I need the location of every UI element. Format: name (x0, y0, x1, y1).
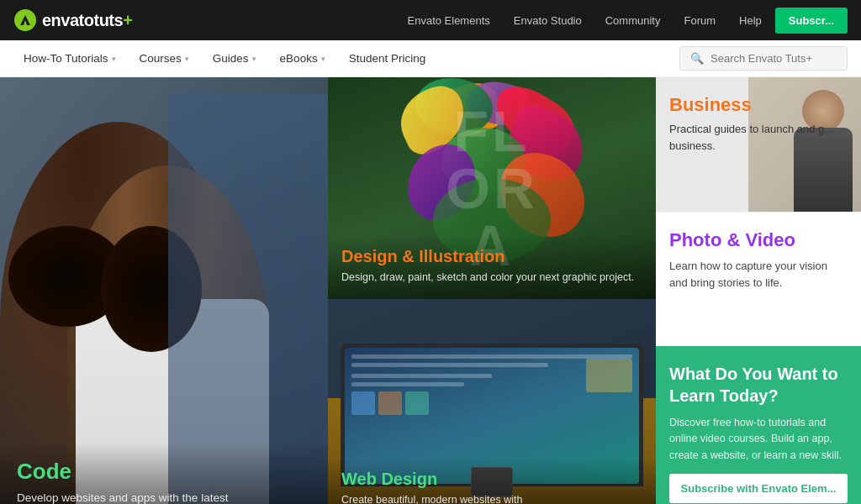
cta-title: What Do You Want to Learn Today? (669, 363, 848, 407)
panel-webdesign[interactable]: Web Design Create beautiful, modern webs… (328, 299, 656, 504)
webdesign-description: Create beautiful, modern websites with (341, 492, 642, 504)
panel-code-overlay: Code Develop websites and apps with the … (0, 442, 328, 504)
code-category-title: Code (17, 459, 311, 485)
logo[interactable]: envatotuts+ (13, 8, 132, 32)
nav-item-guides[interactable]: Guides ▾ (203, 40, 267, 77)
panel-design[interactable]: FLORA Design & Illustration Design, draw… (328, 77, 656, 299)
top-nav-links: Envato Elements Envato Studio Community … (132, 14, 761, 27)
main-grid: Code Develop websites and apps with the … (0, 77, 861, 504)
design-title: Design & Illustration (341, 247, 642, 266)
nav-link-forum[interactable]: Forum (684, 14, 716, 27)
nav-item-courses[interactable]: Courses ▾ (129, 40, 199, 77)
nav-link-envato-elements[interactable]: Envato Elements (408, 14, 490, 27)
panel-cta: What Do You Want to Learn Today? Discove… (656, 346, 861, 504)
photo-video-description: Learn how to capture your vision and bri… (669, 258, 848, 291)
panel-photo-video[interactable]: Photo & Video Learn how to capture your … (656, 212, 861, 346)
nav-item-howto[interactable]: How-To Tutorials ▾ (13, 40, 126, 77)
nav-item-ebooks[interactable]: eBooks ▾ (270, 40, 335, 77)
design-description: Design, draw, paint, sketch and color yo… (341, 270, 642, 286)
nav-item-student-pricing[interactable]: Student Pricing (339, 40, 436, 77)
search-bar: 🔍 (679, 46, 848, 71)
business-description: Practical guides to launch and g...busin… (669, 121, 848, 154)
cta-description: Discover free how-to tutorials and onlin… (669, 415, 848, 464)
cta-subscribe-button[interactable]: Subscribe with Envato Elem... (669, 474, 848, 503)
chevron-down-icon: ▾ (252, 55, 256, 63)
nav-link-help[interactable]: Help (739, 14, 762, 27)
panel-business[interactable]: Business Practical guides to launch and … (656, 77, 861, 212)
subscribe-button[interactable]: Subscr... (775, 8, 848, 34)
webdesign-title: Web Design (341, 470, 642, 489)
top-navbar: envatotuts+ Envato Elements Envato Studi… (0, 0, 861, 40)
chevron-down-icon: ▾ (112, 55, 116, 63)
panel-design-overlay: Design & Illustration Design, draw, pain… (328, 234, 656, 299)
nav-link-community[interactable]: Community (605, 14, 661, 27)
business-title: Business (669, 94, 848, 116)
search-input[interactable] (710, 52, 837, 65)
right-column: Business Practical guides to launch and … (656, 77, 861, 504)
panel-webdesign-overlay: Web Design Create beautiful, modern webs… (328, 458, 656, 504)
envato-logo-icon (13, 8, 37, 32)
search-icon: 🔍 (690, 52, 704, 65)
panel-code[interactable]: Code Develop websites and apps with the … (0, 77, 328, 504)
chevron-down-icon: ▾ (321, 55, 325, 63)
middle-column: FLORA Design & Illustration Design, draw… (328, 77, 656, 504)
chevron-down-icon: ▾ (185, 55, 189, 63)
logo-text: envatotuts+ (42, 11, 132, 30)
photo-video-title: Photo & Video (669, 229, 848, 251)
nav-link-envato-studio[interactable]: Envato Studio (514, 14, 582, 27)
code-description: Develop websites and apps with the lates… (17, 490, 311, 504)
secondary-navbar: How-To Tutorials ▾ Courses ▾ Guides ▾ eB… (0, 40, 861, 77)
